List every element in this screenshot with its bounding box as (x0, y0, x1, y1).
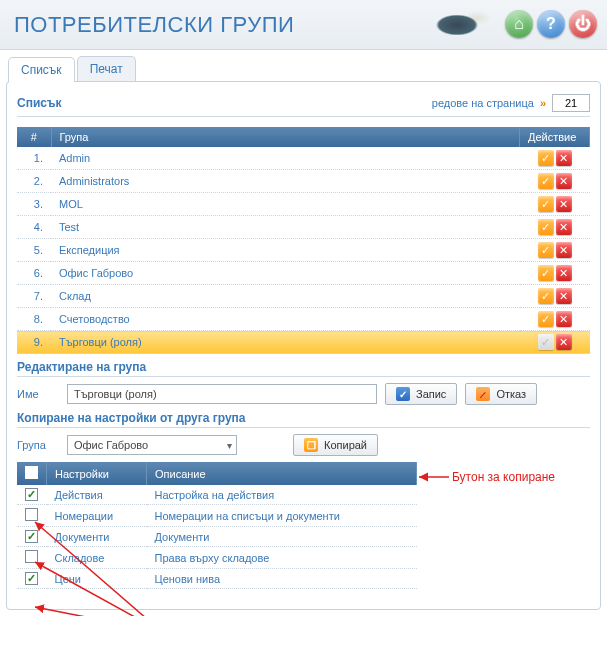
table-row[interactable]: 9.Търговци (роля)✓✕ (17, 331, 590, 354)
edit-icon[interactable]: ✓ (538, 173, 554, 189)
copy-button-label: Копирай (324, 439, 367, 451)
setting-checkbox[interactable] (25, 550, 38, 563)
setting-checkbox[interactable]: ✓ (25, 488, 38, 501)
table-row[interactable]: 5.Експедиция✓✕ (17, 239, 590, 262)
settings-row: ✓ДокументиДокументи (17, 527, 417, 547)
delete-icon[interactable]: ✕ (556, 334, 572, 350)
row-group-name: Склад (51, 285, 520, 308)
row-index: 7. (17, 285, 51, 308)
edit-icon[interactable]: ✓ (538, 196, 554, 212)
col-index: # (17, 127, 51, 147)
setting-desc: Ценови нива (147, 569, 417, 589)
setting-name: Складове (47, 547, 147, 569)
list-heading: Списък (17, 96, 432, 112)
cancel-button[interactable]: ⟋ Отказ (465, 383, 537, 405)
edit-icon[interactable]: ✓ (538, 150, 554, 166)
delete-icon[interactable]: ✕ (556, 288, 572, 304)
name-label: Име (17, 388, 59, 400)
row-group-name: Счетоводство (51, 308, 520, 331)
cancel-button-label: Отказ (496, 388, 526, 400)
tab-list[interactable]: Списък (8, 57, 75, 82)
rows-per-page-input[interactable] (552, 94, 590, 112)
row-index: 8. (17, 308, 51, 331)
delete-icon[interactable]: ✕ (556, 219, 572, 235)
setting-checkbox[interactable]: ✓ (25, 530, 38, 543)
setting-name: Номерации (47, 505, 147, 527)
check-icon: ✓ (396, 387, 410, 401)
row-group-name: Administrators (51, 170, 520, 193)
row-actions: ✓✕ (520, 331, 590, 354)
row-group-name: Експедиция (51, 239, 520, 262)
setting-desc: Номерации на списъци и документи (147, 505, 417, 527)
setting-name: Документи (47, 527, 147, 547)
decorative-bird (427, 0, 497, 50)
edit-icon[interactable]: ✓ (538, 311, 554, 327)
copy-icon: ❐ (304, 438, 318, 452)
setting-checkbox[interactable] (25, 508, 38, 521)
row-index: 5. (17, 239, 51, 262)
table-row[interactable]: 4.Test✓✕ (17, 216, 590, 239)
edit-icon[interactable]: ✓ (538, 288, 554, 304)
group-name-input[interactable] (67, 384, 377, 404)
delete-icon[interactable]: ✕ (556, 173, 572, 189)
row-group-name: Офис Габрово (51, 262, 520, 285)
delete-icon[interactable]: ✕ (556, 311, 572, 327)
select-all-checkbox[interactable] (25, 466, 38, 479)
row-index: 6. (17, 262, 51, 285)
source-group-select[interactable]: Офис Габрово ▾ (67, 435, 237, 455)
copy-group-label: Група (17, 439, 59, 451)
settings-row: СкладовеПрава върху складове (17, 547, 417, 569)
edit-icon[interactable]: ✓ (538, 219, 554, 235)
row-actions: ✓✕ (520, 308, 590, 331)
delete-icon[interactable]: ✕ (556, 242, 572, 258)
col-group: Група (51, 127, 520, 147)
delete-icon[interactable]: ✕ (556, 150, 572, 166)
settings-table: Настройки Описание ✓ДействияНастройка на… (17, 462, 417, 589)
delete-icon[interactable]: ✕ (556, 265, 572, 281)
edit-icon[interactable]: ✓ (538, 265, 554, 281)
tab-print[interactable]: Печат (77, 56, 136, 81)
setting-desc: Документи (147, 527, 417, 547)
settings-row: ✓ЦениЦенови нива (17, 569, 417, 589)
setting-desc: Права върху складове (147, 547, 417, 569)
copy-button[interactable]: ❐ Копирай (293, 434, 378, 456)
row-index: 9. (17, 331, 51, 354)
setting-checkbox[interactable]: ✓ (25, 572, 38, 585)
table-row[interactable]: 2.Administrators✓✕ (17, 170, 590, 193)
cancel-icon: ⟋ (476, 387, 490, 401)
row-actions: ✓✕ (520, 170, 590, 193)
table-row[interactable]: 3.MOL✓✕ (17, 193, 590, 216)
table-row[interactable]: 6.Офис Габрово✓✕ (17, 262, 590, 285)
setting-desc: Настройка на действия (147, 485, 417, 505)
settings-row: ✓ДействияНастройка на действия (17, 485, 417, 505)
col-settings: Настройки (47, 462, 147, 485)
col-check (17, 462, 47, 485)
col-description: Описание (147, 462, 417, 485)
table-row[interactable]: 1.Admin✓✕ (17, 147, 590, 170)
help-icon[interactable]: ? (537, 10, 565, 38)
row-index: 3. (17, 193, 51, 216)
table-row[interactable]: 7.Склад✓✕ (17, 285, 590, 308)
source-group-value: Офис Габрово (74, 439, 148, 451)
rows-per-page: редове на страница » (432, 94, 590, 112)
row-group-name: Test (51, 216, 520, 239)
col-action: Действие (520, 127, 590, 147)
row-group-name: Търговци (роля) (51, 331, 520, 354)
delete-icon[interactable]: ✕ (556, 196, 572, 212)
home-icon[interactable]: ⌂ (505, 10, 533, 38)
top-icons: ⌂ ? ⏻ (505, 10, 597, 38)
save-button[interactable]: ✓ Запис (385, 383, 457, 405)
setting-name: Действия (47, 485, 147, 505)
row-actions: ✓✕ (520, 216, 590, 239)
table-row[interactable]: 8.Счетоводство✓✕ (17, 308, 590, 331)
groups-table: # Група Действие 1.Admin✓✕2.Administrato… (17, 127, 590, 354)
chevron-down-icon: ▾ (227, 440, 232, 451)
row-index: 4. (17, 216, 51, 239)
top-bar: ПОТРЕБИТЕЛСКИ ГРУПИ ⌂ ? ⏻ (0, 0, 607, 50)
row-index: 2. (17, 170, 51, 193)
setting-name: Цени (47, 569, 147, 589)
row-group-name: MOL (51, 193, 520, 216)
tabs: Списък Печат (0, 56, 607, 81)
power-icon[interactable]: ⏻ (569, 10, 597, 38)
edit-icon[interactable]: ✓ (538, 242, 554, 258)
